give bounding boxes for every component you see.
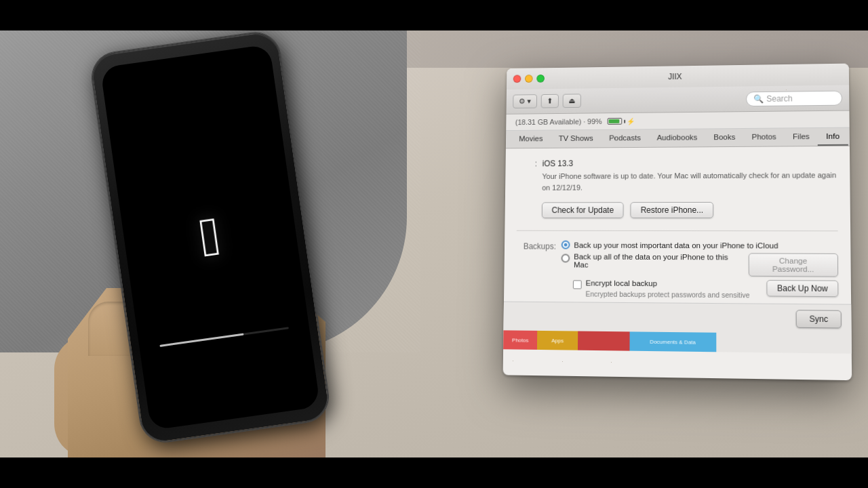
battery-indicator: ⚡ [608,117,635,125]
restore-progress-bar [159,327,289,347]
icloud-radio-label: Back up your most important data on your… [574,241,778,249]
version-description: Your iPhone software is up to date. Your… [542,169,837,192]
tab-tv-shows[interactable]: TV Shows [551,130,601,148]
tab-photos[interactable]: Photos [743,128,785,146]
storage-info-text: (18.31 GB Available) · 99% [515,117,602,126]
backup-mac-option[interactable]: Back up all of the data on your iPhone t… [561,253,838,277]
icloud-radio[interactable] [561,241,570,249]
tab-movies[interactable]: Movies [511,130,551,148]
eject-button[interactable]: ⏏ [563,94,581,108]
backup-icloud-option[interactable]: Back up your most important data on your… [561,241,838,250]
restore-iphone-button[interactable]: Restore iPhone... [631,202,713,218]
window-titlebar: JIIX [507,64,849,89]
search-icon: 🔍 [753,94,764,104]
share-icon: ⬆ [547,97,553,106]
close-button[interactable] [513,75,521,83]
check-update-button[interactable]: Check for Update [542,202,624,218]
storage-free [716,333,851,354]
tab-navigation: Movies TV Shows Podcasts Audiobooks Book… [506,128,850,149]
back-up-now-button[interactable]: Back Up Now [767,280,839,297]
traffic-lights [513,75,545,83]
progress-fill [159,333,243,347]
version-label: : [517,159,537,169]
version-value: iOS 13.3 [542,159,574,168]
mac-finder-window: JIIX ⚙ ▾ ⬆ ⏏ 🔍 Search (18.31 GB Availabl… [503,64,852,381]
eject-icon: ⏏ [568,96,575,105]
storage-other [578,331,629,351]
tab-podcasts[interactable]: Podcasts [601,129,649,147]
apple-logo-icon:  [197,209,224,265]
encrypt-label: Encrypt local backup [586,279,757,289]
mac-radio[interactable] [561,254,570,263]
storage-apps: Apps [537,331,578,350]
search-placeholder: Search [766,94,793,103]
storage-documents: Documents & Data [629,331,716,352]
battery-tip [624,119,625,123]
charging-icon: ⚡ [627,117,635,125]
gear-dropdown-icon: ▾ [527,97,531,106]
gear-icon: ⚙ [519,97,526,106]
minimize-button[interactable] [525,75,533,83]
window-toolbar: ⚙ ▾ ⬆ ⏏ 🔍 Search [507,85,850,115]
black-bar-bottom [0,458,868,488]
mac-radio-label: Back up all of the data on your iPhone t… [574,253,745,270]
search-box[interactable]: 🔍 Search [746,90,842,106]
window-title: JIIX [668,72,682,81]
maximize-button[interactable] [536,75,545,83]
window-main-content: : iOS 13.3 Your iPhone software is up to… [503,146,852,354]
progress-track [159,327,289,347]
storage-photos: Photos [503,330,537,350]
black-bar-top [0,0,868,30]
tab-books[interactable]: Books [705,129,743,146]
tab-info[interactable]: Info [818,128,848,146]
backups-label: Backups: [516,241,556,251]
version-section: : iOS 13.3 Your iPhone software is up to… [517,157,837,193]
change-password-button: Change Password... [749,253,838,277]
tab-files[interactable]: Files [785,128,818,146]
window-body: ⚙ ▾ ⬆ ⏏ 🔍 Search (18.31 GB Available) · … [503,85,852,354]
version-row: : iOS 13.3 [517,157,837,169]
encrypt-checkbox[interactable] [573,280,582,289]
share-button[interactable]: ⬆ [541,94,559,108]
battery-body [608,118,623,125]
storage-visual-bar: Photos Apps Documents & Data [503,330,852,353]
battery-fill [609,119,620,123]
tab-audiobooks[interactable]: Audiobooks [649,129,706,146]
gear-button[interactable]: ⚙ ▾ [513,94,537,108]
sync-button[interactable]: Sync [796,310,842,328]
sync-area: Sync [503,302,851,334]
version-buttons-row: Check for Update Restore iPhone... [542,202,838,218]
